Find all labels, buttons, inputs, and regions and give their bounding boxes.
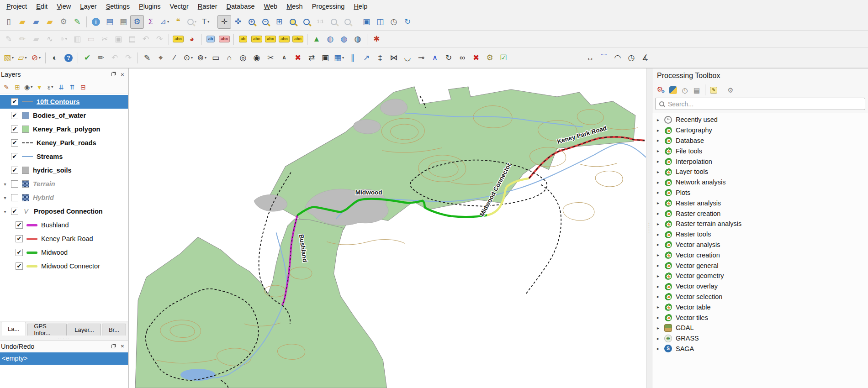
layer-item-midwood[interactable]: ✔Midwood (0, 246, 128, 259)
expander-icon[interactable]: ▸ (657, 263, 664, 268)
processing-item-plots[interactable]: ▸Plots (652, 188, 868, 198)
delete-red-button[interactable]: ✖ (469, 51, 483, 65)
move-label-button[interactable]: abc (264, 32, 277, 46)
copy-move-feature-button[interactable]: ▣ (318, 51, 332, 65)
spanner-button[interactable]: ⚙ (483, 51, 497, 65)
menu-layer[interactable]: Layer (75, 1, 101, 11)
zoom-out-button[interactable]: − (259, 15, 272, 29)
grid-tool-button[interactable]: ▦▾ (332, 51, 346, 65)
layer-checkbox[interactable]: ✔ (11, 98, 18, 105)
metasearch-button[interactable]: ◍ (323, 32, 337, 46)
change-label-button[interactable]: abc (291, 32, 305, 46)
digitize-ellipse-button[interactable]: ⊚▾ (195, 51, 209, 65)
processing-item-vector-overlay[interactable]: ▸Vector overlay (652, 281, 868, 292)
layer-checkbox[interactable] (11, 180, 18, 188)
expander-icon[interactable]: ▸ (657, 180, 664, 185)
toggle-label-display-button[interactable]: abc (217, 32, 231, 46)
layer-item-hydric-soils[interactable]: ✔hydric_soils (0, 163, 128, 177)
layer-item-bodies-of-water[interactable]: ✔Bodies_of_water (0, 109, 128, 122)
float-panel-icon[interactable] (110, 343, 117, 350)
processing-item-database[interactable]: ▸Database (652, 136, 868, 146)
marker-a-button[interactable]: A (277, 51, 291, 65)
measure-curve-button[interactable]: ⌒ (597, 51, 611, 65)
expander-icon[interactable]: ▸ (657, 138, 664, 143)
filter-by-expression-button[interactable]: ε▾ (45, 82, 56, 93)
expander-icon[interactable]: ▸ (657, 336, 664, 341)
deselect-features-button[interactable]: ⊘▾ (29, 51, 43, 65)
pin-unpin-labels-button[interactable]: ab (236, 32, 250, 46)
expander-icon[interactable]: ▸ (657, 252, 664, 257)
undo-history-item[interactable]: <empty> (0, 352, 128, 365)
processing-item-raster-creation[interactable]: ▸Raster creation (652, 208, 868, 219)
menu-plugins[interactable]: Plugins (134, 1, 165, 11)
expander-icon[interactable]: ▸ (657, 304, 664, 309)
horizontal-splitter[interactable]: ····· (0, 336, 128, 340)
layer-item-streams[interactable]: ✔Streams (0, 150, 128, 163)
expander-icon[interactable]: ▸ (657, 242, 664, 247)
plugin-tool-button[interactable]: ✱ (370, 32, 383, 46)
menu-view[interactable]: View (52, 1, 75, 11)
offset-tool-button[interactable]: ‡ (373, 51, 387, 65)
expander-icon[interactable]: ▾ (2, 195, 8, 200)
processing-item-vector-table[interactable]: ▸Vector table (652, 302, 868, 312)
show-statistics-button[interactable]: Σ (144, 15, 158, 29)
split-features-button[interactable]: ✂ (264, 51, 277, 65)
menu-project[interactable]: Project (2, 1, 32, 11)
processing-item-file-tools[interactable]: ▸File tools (652, 146, 868, 156)
expander-icon[interactable]: ▾ (2, 209, 8, 214)
map-canvas[interactable]: Midwood Midwood Connector Bushland Keney… (128, 68, 646, 388)
open-project-button[interactable]: ▰ (16, 15, 29, 29)
expander-icon[interactable]: ▸ (657, 211, 664, 216)
menu-processing[interactable]: Processing (307, 1, 349, 11)
validate-button[interactable]: ☑ (497, 51, 510, 65)
layer-checkbox[interactable]: ✔ (11, 153, 18, 160)
web-globe-button[interactable]: ◍ (337, 32, 351, 46)
menu-database[interactable]: Database (222, 1, 259, 11)
mirror-tool-button[interactable]: ⋈ (387, 51, 401, 65)
expander-icon[interactable]: ▸ (657, 232, 664, 237)
menu-help[interactable]: Help (349, 1, 372, 11)
vertex-plus-button[interactable]: ∧ (428, 51, 442, 65)
layer-item-keney-park-roads[interactable]: ✔Keney_Park_roads (0, 136, 128, 150)
rotate-label-button[interactable]: abc (277, 32, 291, 46)
new-project-button[interactable]: ▯ (2, 15, 16, 29)
layer-item-10ft-contours[interactable]: ✔10ft Contours (0, 95, 128, 109)
processing-item-vector-general[interactable]: ▸Vector general (652, 260, 868, 271)
expander-icon[interactable]: ▸ (657, 169, 664, 174)
menu-edit[interactable]: Edit (32, 1, 52, 11)
layer-item-hybrid[interactable]: ▾Hybrid (0, 191, 128, 204)
tab-gps-infor[interactable]: GPS Infor... (27, 324, 67, 336)
expand-all-button[interactable]: ⇊ (56, 82, 67, 93)
processing-item-vector-geometry[interactable]: ▸Vector geometry (652, 271, 868, 281)
layer-item-proposed-connection[interactable]: ▾✔VProposed Connection (0, 204, 128, 218)
digitize-point-button[interactable]: ⌖ (154, 51, 168, 65)
measure-button[interactable]: ⊿▾ (158, 15, 171, 29)
expander-icon[interactable]: ▸ (657, 159, 664, 164)
menu-raster[interactable]: Raster (193, 1, 222, 11)
layer-checkbox[interactable]: ✔ (11, 139, 18, 147)
menu-mesh[interactable]: Mesh (282, 1, 307, 11)
pan-to-selection-button[interactable]: ✜ (231, 15, 245, 29)
measure-azimuth-button[interactable]: ∡ (638, 51, 652, 65)
expander-icon[interactable]: ▸ (657, 273, 664, 278)
expander-icon[interactable]: ▸ (657, 294, 664, 299)
collapse-all-button[interactable]: ⇈ (67, 82, 78, 93)
processing-item-saga[interactable]: ▸SSAGA (652, 344, 868, 354)
save-project-button[interactable]: ▰ (29, 15, 43, 29)
measure-length-button[interactable]: ↔ (583, 51, 597, 65)
menu-web[interactable]: Web (259, 1, 282, 11)
zoom-to-layer-button[interactable] (300, 15, 313, 29)
expander-icon[interactable]: ▸ (657, 284, 664, 289)
select-features-button[interactable]: ▧▾ (2, 51, 16, 65)
layer-item-terrain[interactable]: ▾Terrain (0, 177, 128, 191)
processing-item-raster-analysis[interactable]: ▸Raster analysis (652, 198, 868, 208)
zoom-in-button[interactable]: + (245, 15, 259, 29)
zoom-full-button[interactable]: ⊞ (272, 15, 286, 29)
python-button[interactable] (667, 84, 679, 95)
layer-checkbox[interactable] (11, 194, 18, 201)
layer-checkbox[interactable]: ✔ (11, 126, 18, 133)
layer-checkbox[interactable]: ✔ (11, 112, 18, 119)
measure-arc-button[interactable]: ◠ (611, 51, 625, 65)
digitize-curve-button[interactable]: ✎ (140, 51, 154, 65)
results-viewer-button[interactable]: ▤ (691, 84, 703, 95)
